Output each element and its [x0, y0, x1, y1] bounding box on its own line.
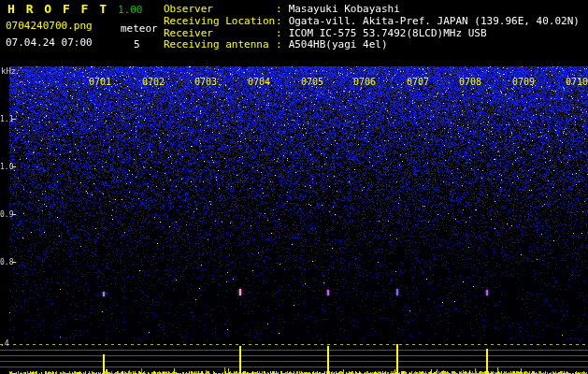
app-version: 1.00: [118, 4, 143, 16]
info-value: Masayuki Kobayashi: [289, 3, 400, 15]
app-title: H R O F F T: [7, 2, 108, 16]
strip-gridline: [0, 361, 588, 362]
info-colon: :: [276, 15, 282, 27]
echo-count: 5: [134, 38, 140, 50]
strip-axis-label: .4: [0, 339, 9, 348]
strip-gridline: [0, 355, 588, 356]
spectrogram-noise-canvas: [0, 0, 588, 374]
strip-gridline: [0, 367, 588, 367]
info-value: ICOM IC-575 53.7492(8LCD)MHz USB: [289, 27, 487, 39]
info-colon: :: [276, 27, 282, 39]
info-row-antenna: Receiving antenna:A504HB(yagi 4el): [164, 39, 580, 51]
info-label: Receiving antenna: [164, 39, 276, 51]
station-info-block: Observer:Masayuki Kobayashi Receiving Lo…: [164, 4, 580, 51]
info-colon: :: [276, 3, 282, 15]
observation-mode-label: meteor: [121, 22, 158, 35]
info-colon: :: [276, 38, 282, 50]
info-label: Observer: [164, 4, 276, 16]
freq-axis-unit: kHz: [1, 66, 16, 76]
output-filename: 0704240700.png: [6, 20, 93, 32]
hrofft-window: H R O F F T 1.00 0704240700.png meteor 0…: [0, 0, 588, 374]
observation-datetime: 07.04.24 07:00: [6, 36, 93, 49]
info-value: A504HB(yagi 4el): [289, 38, 388, 50]
strip-gridline: [0, 350, 588, 351]
info-value: Ogata-vill. Akita-Pref. JAPAN (139.96E, …: [289, 15, 580, 27]
info-label: Receiving Location: [164, 16, 276, 28]
strip-separator-line: [0, 344, 588, 345]
